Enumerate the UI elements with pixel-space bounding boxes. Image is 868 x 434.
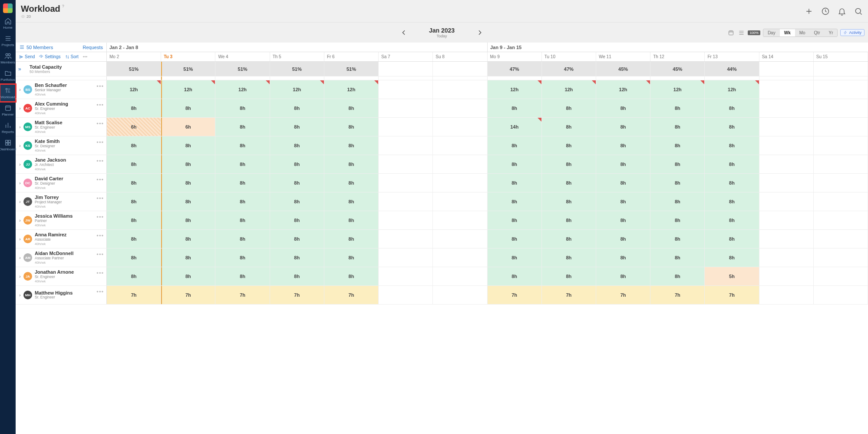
more-icon[interactable]: ••• bbox=[83, 54, 88, 59]
workload-cell[interactable]: 8h bbox=[270, 118, 324, 136]
workload-cell[interactable] bbox=[379, 155, 433, 173]
workload-cell[interactable]: 8h bbox=[324, 192, 379, 211]
workload-cell[interactable]: 8h bbox=[215, 118, 270, 136]
workload-cell[interactable]: 8h bbox=[596, 174, 650, 192]
period-title[interactable]: Jan 2023 bbox=[429, 27, 455, 34]
workload-cell[interactable] bbox=[433, 174, 487, 192]
workload-cell[interactable]: 47% bbox=[542, 62, 596, 76]
workload-cell[interactable] bbox=[759, 99, 814, 117]
member-left[interactable]: ›ARAnna RamirezAssociate40h/wk••• bbox=[16, 230, 107, 248]
workload-cell[interactable]: 8h bbox=[650, 174, 705, 192]
workload-cell[interactable]: 7h bbox=[324, 286, 379, 304]
workload-cell[interactable]: 8h bbox=[488, 136, 542, 155]
workload-cell[interactable] bbox=[379, 62, 433, 76]
workload-cell[interactable]: 8h bbox=[161, 136, 215, 155]
workload-cell[interactable] bbox=[379, 248, 433, 267]
workload-cell[interactable] bbox=[433, 230, 487, 248]
workload-cell[interactable]: 7h bbox=[705, 286, 759, 304]
row-more-icon[interactable]: ••• bbox=[96, 158, 104, 164]
workload-cell[interactable] bbox=[433, 155, 487, 173]
nav-portfolios[interactable]: Portfolios bbox=[0, 67, 16, 84]
workload-cell[interactable]: 12h bbox=[161, 80, 215, 99]
row-more-icon[interactable]: ••• bbox=[96, 288, 104, 295]
workload-cell[interactable]: 12h bbox=[270, 80, 324, 99]
calendar-today-icon[interactable] bbox=[727, 29, 735, 36]
workload-cell[interactable]: 8h bbox=[270, 211, 324, 229]
workload-cell[interactable] bbox=[814, 136, 868, 155]
workload-cell[interactable]: 8h bbox=[107, 136, 161, 155]
workload-cell[interactable]: 44% bbox=[705, 62, 759, 76]
workload-cell[interactable]: 8h bbox=[107, 267, 161, 285]
activity-button[interactable]: Activity bbox=[840, 29, 865, 36]
workload-cell[interactable] bbox=[814, 62, 868, 76]
member-left[interactable]: ›JTJim TorreyProject Manager40h/wk••• bbox=[16, 192, 107, 211]
workload-cell[interactable]: 7h bbox=[161, 286, 215, 304]
member-left[interactable]: ›DCDavid CarterSr. Designer40h/wk••• bbox=[16, 174, 107, 192]
workload-cell[interactable]: 7h bbox=[650, 286, 705, 304]
row-more-icon[interactable]: ••• bbox=[96, 270, 104, 276]
workload-cell[interactable]: 8h bbox=[650, 248, 705, 267]
workload-cell[interactable] bbox=[814, 248, 868, 267]
workload-cell[interactable]: 8h bbox=[107, 155, 161, 173]
workload-cell[interactable] bbox=[759, 155, 814, 173]
workload-cell[interactable]: 8h bbox=[107, 248, 161, 267]
member-left[interactable]: ›JAJonathan ArnoneSr. Engineer40h/wk••• bbox=[16, 267, 107, 285]
row-more-icon[interactable]: ••• bbox=[96, 214, 104, 220]
workload-cell[interactable]: 8h bbox=[488, 230, 542, 248]
workload-cell[interactable]: 45% bbox=[650, 62, 705, 76]
workload-cell[interactable]: 7h bbox=[270, 286, 324, 304]
workload-cell[interactable] bbox=[814, 80, 868, 99]
workload-cell[interactable] bbox=[814, 286, 868, 304]
workload-cell[interactable]: 8h bbox=[705, 211, 759, 229]
workload-cell[interactable]: 8h bbox=[488, 267, 542, 285]
workload-cell[interactable]: 8h bbox=[270, 248, 324, 267]
expand-icon[interactable]: › bbox=[18, 87, 22, 92]
workload-cell[interactable]: 8h bbox=[270, 192, 324, 211]
workload-cell[interactable]: 8h bbox=[596, 211, 650, 229]
workload-cell[interactable]: 8h bbox=[542, 118, 596, 136]
workload-cell[interactable]: 51% bbox=[107, 62, 161, 76]
workload-cell[interactable]: 8h bbox=[705, 136, 759, 155]
workload-cell[interactable]: 8h bbox=[270, 136, 324, 155]
workload-cell[interactable]: 8h bbox=[107, 211, 161, 229]
member-left[interactable]: ›ACAlex CummingSr. Engineer40h/wk••• bbox=[16, 99, 107, 117]
workload-cell[interactable]: 8h bbox=[596, 136, 650, 155]
workload-cell[interactable] bbox=[433, 211, 487, 229]
sort-button[interactable]: Sort bbox=[65, 54, 79, 59]
view-wk[interactable]: Wk bbox=[780, 29, 795, 36]
nav-dashboard[interactable]: Dashboard bbox=[0, 136, 16, 154]
workload-cell[interactable] bbox=[759, 230, 814, 248]
workload-cell[interactable]: 8h bbox=[650, 155, 705, 173]
workload-cell[interactable] bbox=[759, 267, 814, 285]
workload-cell[interactable] bbox=[759, 62, 814, 76]
workload-cell[interactable]: 51% bbox=[215, 62, 270, 76]
expand-icon[interactable]: › bbox=[18, 199, 22, 204]
workload-cell[interactable]: 8h bbox=[324, 118, 379, 136]
workload-cell[interactable] bbox=[814, 211, 868, 229]
workload-cell[interactable] bbox=[379, 286, 433, 304]
workload-cell[interactable]: 8h bbox=[650, 136, 705, 155]
workload-cell[interactable]: 12h bbox=[596, 80, 650, 99]
workload-cell[interactable]: 8h bbox=[215, 155, 270, 173]
member-left[interactable]: ›JJJane JacksonJr. Architect40h/wk••• bbox=[16, 155, 107, 173]
workload-cell[interactable]: 8h bbox=[488, 211, 542, 229]
workload-cell[interactable]: 8h bbox=[542, 211, 596, 229]
workload-cell[interactable] bbox=[379, 230, 433, 248]
workload-cell[interactable]: 8h bbox=[324, 248, 379, 267]
workload-cell[interactable]: 51% bbox=[270, 62, 324, 76]
workload-cell[interactable]: 8h bbox=[488, 99, 542, 117]
member-left[interactable]: ›MSMatt ScaliseSr. Engineer40h/wk••• bbox=[16, 118, 107, 136]
workload-cell[interactable] bbox=[433, 118, 487, 136]
row-more-icon[interactable]: ••• bbox=[96, 251, 104, 258]
workload-cell[interactable]: 8h bbox=[542, 99, 596, 117]
workload-cell[interactable]: 7h bbox=[488, 286, 542, 304]
workload-cell[interactable]: 8h bbox=[324, 230, 379, 248]
view-yr[interactable]: Yr bbox=[824, 29, 837, 36]
expand-icon[interactable]: › bbox=[18, 218, 22, 223]
workload-cell[interactable] bbox=[759, 192, 814, 211]
workload-cell[interactable]: 8h bbox=[107, 192, 161, 211]
workload-cell[interactable]: 8h bbox=[161, 99, 215, 117]
workload-cell[interactable]: 8h bbox=[542, 248, 596, 267]
workload-cell[interactable] bbox=[379, 192, 433, 211]
workload-cell[interactable]: 8h bbox=[650, 192, 705, 211]
